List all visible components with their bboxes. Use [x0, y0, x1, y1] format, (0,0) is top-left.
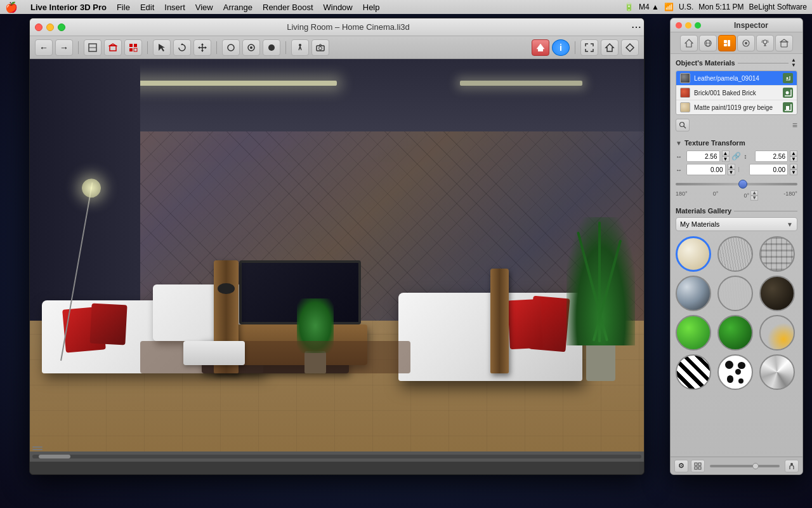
scrollbar[interactable]	[30, 451, 644, 462]
camera-tool[interactable]	[311, 39, 329, 56]
inspector-tab-home[interactable]	[680, 35, 698, 51]
gallery-item-cream[interactable]	[676, 236, 711, 272]
gallery-item-zebra[interactable]	[676, 354, 711, 390]
offset-x-input[interactable]: 0.00	[686, 164, 726, 175]
viewport[interactable]	[30, 59, 644, 462]
inspector-settings-button[interactable]: ⚙	[674, 460, 688, 472]
menu-help[interactable]: Help	[363, 3, 380, 12]
materials-label: Object's Materials	[676, 59, 735, 67]
move-tool[interactable]	[193, 39, 211, 56]
pillow-left-2	[89, 304, 127, 345]
link-icon[interactable]: 🔗	[731, 152, 741, 161]
menu-edit[interactable]: Edit	[140, 3, 154, 12]
scale-y-down[interactable]: ▼	[790, 156, 797, 162]
scale-y-input[interactable]: 2.56	[755, 150, 789, 162]
angle-stepper[interactable]: ▲ ▼	[750, 190, 758, 201]
gallery-item-metal[interactable]	[676, 276, 711, 311]
material-item-2[interactable]: Brick/001 Baked Brick	[676, 86, 797, 100]
angle-down[interactable]: ▼	[750, 196, 758, 201]
inspector-title: Inspector	[705, 21, 797, 30]
info-button[interactable]: i	[552, 39, 570, 56]
inspector-content[interactable]: Object's Materials ▲ ▼ Leather/pamela_09…	[671, 54, 802, 441]
gallery-item-dark[interactable]	[759, 276, 795, 311]
inspector-tab-texture[interactable]	[737, 35, 755, 51]
circle-tool[interactable]	[242, 39, 260, 56]
3d-object-button[interactable]	[532, 39, 549, 56]
offset-y-stepper[interactable]: ▲ ▼	[790, 164, 797, 175]
menu-window[interactable]: Window	[324, 3, 353, 12]
gallery-item-wood-light[interactable]	[717, 236, 753, 272]
material-item-1[interactable]: Leather/pamela_09014	[676, 71, 797, 86]
inspector-tab-sphere[interactable]	[699, 35, 717, 51]
materials-scroll[interactable]: ▲ ▼	[791, 58, 797, 68]
angle-thumb[interactable]	[738, 180, 747, 189]
scale-x-input[interactable]: 2.56	[686, 150, 720, 162]
walk-tool[interactable]	[291, 39, 309, 56]
offset-y-input[interactable]: 0.00	[749, 164, 789, 175]
select-tool[interactable]	[153, 39, 171, 56]
inspector-tab-materials[interactable]	[718, 35, 736, 51]
gallery-item-chrome[interactable]	[759, 354, 795, 390]
gallery-item-fire[interactable]	[759, 315, 795, 351]
scale-x-up[interactable]: ▲	[722, 150, 730, 156]
window-minimize[interactable]	[46, 23, 54, 31]
layout-button[interactable]	[124, 39, 142, 56]
svg-rect-6	[129, 48, 133, 51]
menu-render[interactable]: Render Boost	[263, 3, 313, 12]
angle-container: 180° 0° 0° ▲ ▼ -180°	[676, 179, 797, 201]
menu-view[interactable]: View	[195, 3, 213, 12]
apple-menu[interactable]: 🍎	[5, 1, 18, 13]
inspector-tab-house[interactable]	[775, 35, 793, 51]
floor-plan-button[interactable]	[84, 39, 102, 56]
3d-view-button[interactable]	[104, 39, 122, 56]
inspector-minimize[interactable]	[685, 22, 691, 29]
perspective-button[interactable]	[621, 39, 639, 56]
nav-forward-button[interactable]: →	[55, 39, 73, 56]
scale-x-stepper[interactable]: ▲ ▼	[722, 150, 730, 162]
home-view-button[interactable]	[601, 39, 619, 56]
gallery-item-wood-dark[interactable]	[717, 276, 753, 311]
inspector-maximize[interactable]	[695, 22, 701, 29]
scrollbar-track[interactable]	[32, 455, 641, 458]
gallery-header: Materials Gallery	[676, 207, 797, 215]
offset-sep: l	[738, 166, 747, 173]
menu-file[interactable]: File	[117, 3, 130, 12]
mat-search-button[interactable]	[676, 119, 690, 131]
fullscreen-button[interactable]	[580, 39, 598, 56]
mat-menu[interactable]: ≡	[792, 120, 797, 130]
scale-x-down[interactable]: ▼	[722, 156, 730, 162]
inspector-zoom-slider[interactable]	[710, 465, 780, 467]
texture-transform-header[interactable]: ▼ Texture Transform	[676, 139, 797, 147]
offset-x-down[interactable]: ▼	[728, 170, 735, 175]
offset-x-up[interactable]: ▲	[728, 164, 735, 170]
menu-arrange[interactable]: Arrange	[223, 3, 252, 12]
dot-tool[interactable]	[263, 39, 280, 56]
angle-slider[interactable]	[676, 179, 797, 189]
gallery-item-green-dark[interactable]	[717, 315, 753, 351]
menu-insert[interactable]: Insert	[164, 3, 185, 12]
window-maximize[interactable]	[58, 23, 65, 31]
nav-back-button[interactable]: ←	[35, 39, 53, 56]
sphere-tool[interactable]	[222, 39, 240, 56]
offset-y-down[interactable]: ▼	[790, 170, 797, 175]
scrollbar-thumb[interactable]	[39, 455, 70, 458]
gallery-item-dalmatian[interactable]	[717, 354, 753, 390]
resize-handle[interactable]	[32, 445, 43, 451]
gallery-item-green-bright[interactable]	[676, 315, 711, 351]
scale-y-up[interactable]: ▲	[790, 150, 797, 156]
rotate-tool[interactable]	[173, 39, 191, 56]
gallery-item-brick[interactable]	[759, 236, 795, 272]
scale-y-stepper[interactable]: ▲ ▼	[790, 150, 797, 162]
menu-app[interactable]: Live Interior 3D Pro	[30, 3, 107, 12]
svg-rect-41	[781, 42, 787, 47]
offset-y-up[interactable]: ▲	[790, 164, 797, 170]
gallery-dropdown[interactable]: My Materials ▼	[676, 217, 797, 231]
inspector-person-button[interactable]	[785, 460, 799, 472]
inspector-close[interactable]	[676, 22, 682, 29]
zoom-thumb[interactable]	[752, 463, 759, 469]
inspector-tab-light[interactable]	[756, 35, 774, 51]
inspector-grid-button[interactable]	[691, 460, 705, 472]
offset-x-stepper[interactable]: ▲ ▼	[728, 164, 735, 175]
material-item-3[interactable]: Matte paint/1019 grey beige	[676, 100, 797, 114]
window-close[interactable]	[35, 23, 43, 31]
